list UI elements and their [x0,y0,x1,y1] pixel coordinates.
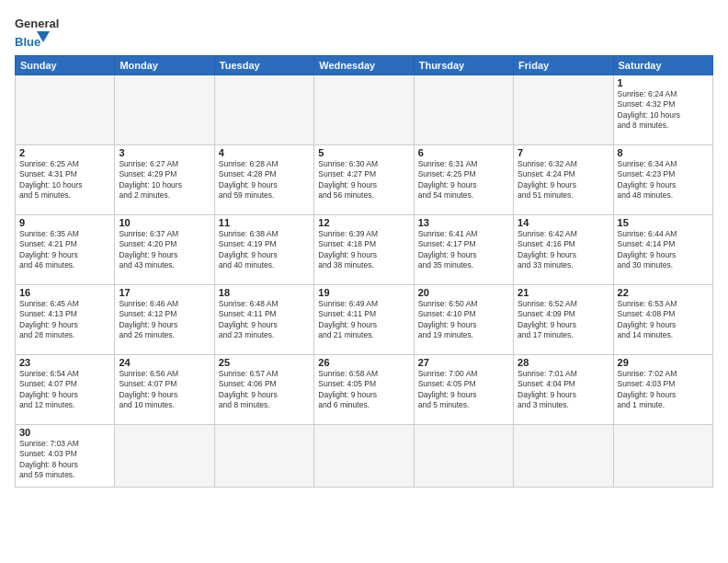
calendar-cell [514,75,613,145]
day-info: Sunrise: 6:46 AMSunset: 4:12 PMDaylight:… [119,299,210,341]
calendar-cell [414,75,513,145]
day-number: 1 [618,77,709,88]
day-info: Sunrise: 6:28 AMSunset: 4:28 PMDaylight:… [219,159,310,201]
day-number: 4 [219,147,310,158]
day-info: Sunrise: 6:32 AMSunset: 4:24 PMDaylight:… [518,159,609,201]
day-info: Sunrise: 6:41 AMSunset: 4:17 PMDaylight:… [418,229,509,271]
day-info: Sunrise: 6:25 AMSunset: 4:31 PMDaylight:… [19,159,110,201]
day-info: Sunrise: 6:48 AMSunset: 4:11 PMDaylight:… [219,299,310,341]
day-info: Sunrise: 6:52 AMSunset: 4:09 PMDaylight:… [518,299,609,341]
day-number: 24 [119,357,210,368]
calendar-cell: 24Sunrise: 6:56 AMSunset: 4:07 PMDayligh… [115,355,214,425]
day-number: 21 [518,287,609,298]
calendar-cell: 11Sunrise: 6:38 AMSunset: 4:19 PMDayligh… [214,215,313,285]
calendar-cell: 10Sunrise: 6:37 AMSunset: 4:20 PMDayligh… [115,215,214,285]
weekday-header: Monday [115,56,214,75]
calendar-table: SundayMondayTuesdayWednesdayThursdayFrid… [15,55,713,488]
calendar-cell: 30Sunrise: 7:03 AMSunset: 4:03 PMDayligh… [16,425,115,488]
calendar-cell: 8Sunrise: 6:34 AMSunset: 4:23 PMDaylight… [613,145,712,215]
day-info: Sunrise: 6:58 AMSunset: 4:05 PMDaylight:… [318,369,409,411]
weekday-header: Friday [514,56,613,75]
day-info: Sunrise: 6:27 AMSunset: 4:29 PMDaylight:… [119,159,210,201]
calendar-cell: 23Sunrise: 6:54 AMSunset: 4:07 PMDayligh… [16,355,115,425]
day-info: Sunrise: 6:42 AMSunset: 4:16 PMDaylight:… [518,229,609,271]
day-number: 9 [19,217,110,228]
day-number: 11 [219,217,310,228]
calendar-cell: 14Sunrise: 6:42 AMSunset: 4:16 PMDayligh… [514,215,613,285]
calendar-cell: 4Sunrise: 6:28 AMSunset: 4:28 PMDaylight… [214,145,313,215]
day-info: Sunrise: 7:03 AMSunset: 4:03 PMDaylight:… [19,439,110,481]
day-info: Sunrise: 6:39 AMSunset: 4:18 PMDaylight:… [318,229,409,271]
page-header: General Blue [15,13,713,50]
calendar-cell: 9Sunrise: 6:35 AMSunset: 4:21 PMDaylight… [16,215,115,285]
weekday-header: Saturday [613,56,712,75]
day-number: 16 [19,287,110,298]
day-number: 30 [19,427,110,438]
day-number: 27 [418,357,509,368]
svg-text:Blue: Blue [15,35,40,49]
day-number: 28 [518,357,609,368]
calendar-cell: 21Sunrise: 6:52 AMSunset: 4:09 PMDayligh… [514,285,613,355]
day-number: 15 [618,217,709,228]
day-info: Sunrise: 6:57 AMSunset: 4:06 PMDaylight:… [219,369,310,411]
calendar-cell: 25Sunrise: 6:57 AMSunset: 4:06 PMDayligh… [214,355,313,425]
calendar-cell: 16Sunrise: 6:45 AMSunset: 4:13 PMDayligh… [16,285,115,355]
calendar-cell: 22Sunrise: 6:53 AMSunset: 4:08 PMDayligh… [613,285,712,355]
day-number: 10 [119,217,210,228]
calendar-cell: 13Sunrise: 6:41 AMSunset: 4:17 PMDayligh… [414,215,513,285]
calendar-cell: 18Sunrise: 6:48 AMSunset: 4:11 PMDayligh… [214,285,313,355]
day-info: Sunrise: 6:49 AMSunset: 4:11 PMDaylight:… [318,299,409,341]
day-info: Sunrise: 6:38 AMSunset: 4:19 PMDaylight:… [219,229,310,271]
weekday-header: Tuesday [214,56,313,75]
calendar-cell [115,75,214,145]
day-info: Sunrise: 7:02 AMSunset: 4:03 PMDaylight:… [618,369,709,411]
day-number: 23 [19,357,110,368]
day-number: 20 [418,287,509,298]
calendar-cell: 17Sunrise: 6:46 AMSunset: 4:12 PMDayligh… [115,285,214,355]
day-number: 6 [418,147,509,158]
svg-text:General: General [15,17,59,30]
day-number: 14 [518,217,609,228]
day-number: 17 [119,287,210,298]
day-number: 25 [219,357,310,368]
day-info: Sunrise: 6:56 AMSunset: 4:07 PMDaylight:… [119,369,210,411]
day-number: 19 [318,287,409,298]
day-info: Sunrise: 6:24 AMSunset: 4:32 PMDaylight:… [618,89,709,132]
day-info: Sunrise: 7:01 AMSunset: 4:04 PMDaylight:… [518,369,609,411]
calendar-cell: 26Sunrise: 6:58 AMSunset: 4:05 PMDayligh… [314,355,414,425]
calendar-cell [613,425,712,488]
day-number: 22 [618,287,709,298]
logo: General Blue [15,13,59,50]
calendar-cell: 12Sunrise: 6:39 AMSunset: 4:18 PMDayligh… [314,215,414,285]
calendar-cell [115,425,214,488]
weekday-header: Thursday [414,56,513,75]
day-number: 7 [518,147,609,158]
day-info: Sunrise: 6:31 AMSunset: 4:25 PMDaylight:… [418,159,509,201]
day-info: Sunrise: 6:35 AMSunset: 4:21 PMDaylight:… [19,229,110,271]
calendar-cell: 3Sunrise: 6:27 AMSunset: 4:29 PMDaylight… [115,145,214,215]
logo-icon: General Blue [15,13,59,50]
calendar-cell [214,75,313,145]
day-info: Sunrise: 6:50 AMSunset: 4:10 PMDaylight:… [418,299,509,341]
calendar-cell [214,425,313,488]
day-number: 8 [618,147,709,158]
day-number: 29 [618,357,709,368]
weekday-header: Wednesday [314,56,414,75]
calendar-cell: 6Sunrise: 6:31 AMSunset: 4:25 PMDaylight… [414,145,513,215]
day-info: Sunrise: 6:37 AMSunset: 4:20 PMDaylight:… [119,229,210,271]
calendar-cell [514,425,613,488]
day-info: Sunrise: 6:54 AMSunset: 4:07 PMDaylight:… [19,369,110,411]
day-info: Sunrise: 6:53 AMSunset: 4:08 PMDaylight:… [618,299,709,341]
calendar-cell: 19Sunrise: 6:49 AMSunset: 4:11 PMDayligh… [314,285,414,355]
day-info: Sunrise: 6:30 AMSunset: 4:27 PMDaylight:… [318,159,409,201]
day-number: 18 [219,287,310,298]
weekday-header: Sunday [16,56,115,75]
calendar-cell: 20Sunrise: 6:50 AMSunset: 4:10 PMDayligh… [414,285,513,355]
day-info: Sunrise: 7:00 AMSunset: 4:05 PMDaylight:… [418,369,509,411]
calendar-cell [314,425,414,488]
day-number: 13 [418,217,509,228]
day-info: Sunrise: 6:44 AMSunset: 4:14 PMDaylight:… [618,229,709,271]
day-number: 2 [19,147,110,158]
calendar-cell: 2Sunrise: 6:25 AMSunset: 4:31 PMDaylight… [16,145,115,215]
calendar-cell: 5Sunrise: 6:30 AMSunset: 4:27 PMDaylight… [314,145,414,215]
